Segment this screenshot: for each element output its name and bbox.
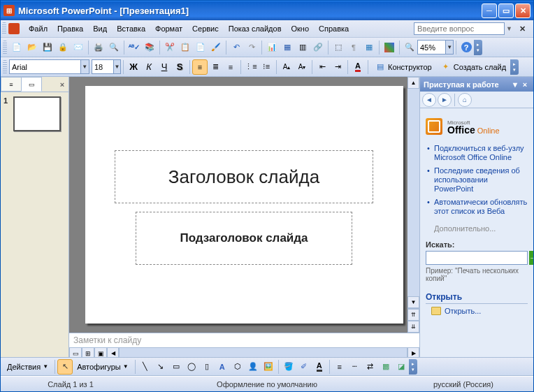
outline-tab[interactable]: ≡	[1, 77, 22, 92]
menu-format[interactable]: Формат	[150, 22, 187, 35]
zoom-lens-button[interactable]: 🔍	[402, 40, 417, 55]
shadow-button[interactable]: S	[172, 59, 187, 75]
chevron-down-icon[interactable]: ▼	[80, 60, 89, 73]
prev-slide-button[interactable]: ⇈	[407, 309, 419, 321]
textbox-tool-button[interactable]: ▯	[199, 359, 215, 375]
research-button[interactable]: 📚	[142, 40, 157, 55]
font-name-combo[interactable]: ▼	[9, 59, 89, 74]
help-button[interactable]: ?	[459, 40, 474, 55]
bold-button[interactable]: Ж	[126, 59, 141, 75]
help-question-input[interactable]	[414, 22, 505, 35]
drawing-actions-menu[interactable]: Действия ▼	[3, 359, 52, 375]
open-file-link[interactable]: Открыть...	[426, 304, 528, 318]
chevron-down-icon[interactable]: ▼	[113, 60, 120, 73]
scroll-right-button[interactable]: ▶	[407, 347, 419, 357]
subtitle-placeholder[interactable]: Подзаголовок слайда	[136, 212, 352, 265]
menu-view[interactable]: Вид	[88, 22, 112, 35]
insert-chart-button[interactable]: 📊	[264, 40, 280, 55]
maximize-button[interactable]: ▭	[498, 3, 514, 18]
panel-close-button[interactable]: ×	[56, 77, 68, 92]
nav-home-button[interactable]: ⌂	[458, 93, 472, 107]
search-go-button[interactable]: →	[529, 251, 533, 265]
menu-help[interactable]: Справка	[314, 22, 354, 35]
toolbar-overflow-button[interactable]: ▸▾	[510, 59, 519, 75]
spellcheck-button[interactable]: ᴬᴮ✓	[127, 40, 142, 55]
paste-button[interactable]: 📄	[193, 40, 208, 55]
nav-back-button[interactable]: ◄	[422, 93, 436, 107]
scroll-up-button[interactable]: ▲	[407, 77, 419, 89]
zoom-input[interactable]	[418, 41, 445, 53]
decrease-font-button[interactable]: A▾	[294, 59, 310, 75]
taskpane-more-link[interactable]: Дополнительно...	[426, 222, 528, 235]
font-color-button[interactable]: A	[350, 59, 366, 75]
align-left-button[interactable]: ≡	[192, 59, 208, 75]
font-size-combo[interactable]: ▼	[92, 59, 121, 74]
show-formatting-button[interactable]: ¶	[346, 40, 361, 55]
slides-tab[interactable]: ▭	[21, 77, 42, 92]
menu-file[interactable]: Файл	[24, 22, 52, 35]
search-input[interactable]	[426, 251, 528, 265]
taskpane-close-button[interactable]: ×	[520, 80, 530, 89]
select-objects-button[interactable]: ↖	[57, 359, 73, 375]
diagram-button[interactable]: ⬡	[230, 359, 245, 375]
copy-button[interactable]: 📋	[178, 40, 193, 55]
next-slide-button[interactable]: ⇊	[407, 321, 419, 333]
doc-icon[interactable]	[8, 23, 20, 34]
fill-color-button[interactable]: 🪣	[281, 359, 296, 375]
slideshow-view-button[interactable]: ▣	[94, 347, 107, 357]
show-grid-button[interactable]: ▦	[361, 40, 377, 55]
status-language[interactable]: русский (Россия)	[394, 380, 533, 389]
slide-canvas-area[interactable]: Заголовок слайда Подзаголовок слайда ▲ ▼…	[69, 77, 419, 333]
new-slide-button[interactable]: ✦Создать слайд	[436, 59, 510, 75]
line-tool-button[interactable]: ╲	[138, 359, 153, 375]
title-placeholder[interactable]: Заголовок слайда	[115, 150, 373, 203]
wordart-button[interactable]: A	[215, 359, 230, 375]
save-button[interactable]: 💾	[40, 40, 55, 55]
arrow-style-button[interactable]: ⇄	[363, 359, 378, 375]
color-button[interactable]	[382, 40, 397, 55]
toolbar-overflow-button[interactable]: ▸▾	[474, 40, 482, 55]
dash-style-button[interactable]: ┄	[347, 359, 363, 375]
cut-button[interactable]: ✂️	[162, 40, 178, 55]
notes-pane[interactable]: Заметки к слайду	[69, 333, 419, 347]
numbering-button[interactable]: ⋮≡	[243, 59, 259, 75]
rectangle-tool-button[interactable]: ▭	[168, 359, 184, 375]
scroll-left-button[interactable]: ◀	[107, 347, 119, 357]
taskpane-link[interactable]: Последние сведения об использовании Powe…	[426, 164, 528, 196]
redo-button[interactable]: ↷	[244, 40, 259, 55]
3d-style-button[interactable]: ◪	[394, 359, 409, 375]
underline-button[interactable]: Ч	[157, 59, 172, 75]
menu-tools[interactable]: Сервис	[187, 22, 224, 35]
menu-edit[interactable]: Правка	[52, 22, 88, 35]
document-close-button[interactable]: ✕	[516, 23, 528, 34]
font-size-input[interactable]	[92, 61, 113, 73]
font-name-input[interactable]	[10, 61, 80, 73]
align-center-button[interactable]: ≣	[208, 59, 223, 75]
shadow-style-button[interactable]: ▩	[378, 359, 394, 375]
vertical-scrollbar[interactable]: ▲ ▼ ⇈ ⇊	[407, 77, 419, 333]
slide-thumbnail[interactable]	[13, 96, 61, 131]
chevron-down-icon[interactable]: ▼	[445, 41, 453, 54]
email-button[interactable]: ✉️	[71, 40, 86, 55]
zoom-combo[interactable]: ▼	[417, 40, 454, 55]
permission-button[interactable]: 🔒	[55, 40, 71, 55]
clipart-button[interactable]: 👤	[245, 359, 261, 375]
new-button[interactable]: 📄	[9, 40, 24, 55]
expand-all-button[interactable]: ⬚	[331, 40, 346, 55]
taskpane-link[interactable]: Подключиться к веб-узлу Microsoft Office…	[426, 142, 528, 164]
minimize-button[interactable]: ─	[482, 3, 497, 18]
align-right-button[interactable]: ≡	[223, 59, 238, 75]
scroll-down-button[interactable]: ▼	[407, 296, 419, 308]
grip-icon[interactable]	[2, 22, 6, 35]
decrease-indent-button[interactable]: ⇤	[315, 59, 330, 75]
menu-window[interactable]: Окно	[287, 22, 315, 35]
normal-view-button[interactable]: ▭	[69, 347, 82, 357]
insert-hyperlink-button[interactable]: 🔗	[310, 40, 326, 55]
line-style-button[interactable]: ≡	[332, 359, 347, 375]
close-button[interactable]: ✕	[515, 3, 531, 18]
grip-icon[interactable]	[3, 60, 7, 74]
taskpane-menu-button[interactable]: ▼	[510, 80, 520, 89]
insert-picture-button[interactable]: 🖼️	[261, 359, 276, 375]
nav-forward-button[interactable]: ►	[438, 93, 452, 107]
increase-font-button[interactable]: A▴	[279, 59, 294, 75]
